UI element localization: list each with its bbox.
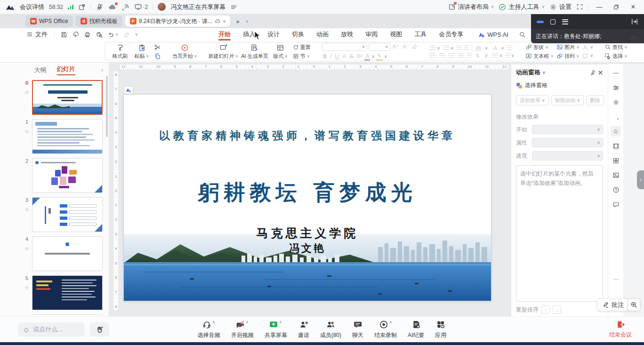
rail-comment-icon[interactable] [611, 199, 621, 209]
print-icon[interactable] [84, 31, 91, 38]
slide-thumbnail-4[interactable] [32, 236, 103, 271]
stop-recording-button[interactable]: ∨ 结束录制 [374, 320, 397, 339]
ai-generate-page-button[interactable]: AI 生成单页 [241, 44, 268, 60]
rail-effects-icon[interactable] [611, 97, 621, 107]
ai-assistant-chip[interactable] [124, 86, 133, 94]
selection-pane-button[interactable]: 选择窗格 [516, 81, 603, 89]
screens-indicator[interactable]: ·2 [134, 3, 148, 11]
slide-canvas[interactable]: 以教育家精神铸魂强师，谱写教育强国建设华章 躬耕教坛 育梦成光 马克思主义学院 … [119, 70, 509, 316]
vertical-ruler[interactable]: 87654321012345678 [113, 71, 119, 311]
cloud-record-icon[interactable] [108, 3, 117, 11]
menu-slideshow[interactable]: 放映 [335, 28, 359, 40]
slide-thumbnail-2[interactable] [32, 158, 103, 193]
slide-thumbnail-3[interactable] [32, 197, 103, 232]
overlay-minimize-icon[interactable] [537, 21, 544, 23]
rail-properties-icon[interactable] [611, 82, 621, 93]
overlay-list-icon[interactable] [562, 19, 568, 24]
broadcast-icon[interactable] [121, 3, 129, 11]
quick-chat-input[interactable]: ☺ 说点什么... [18, 322, 85, 337]
find-button[interactable]: 查找∨ [604, 44, 628, 51]
slide-editor[interactable]: 以教育家精神铸魂强师，谱写教育强国建设华章 躬耕教坛 育梦成光 马克思主义学院 … [123, 94, 491, 301]
tab-slides[interactable]: 幻灯片 [57, 65, 75, 75]
pin-icon[interactable] [589, 69, 596, 76]
overlay-window-icon[interactable] [550, 19, 555, 24]
menu-view[interactable]: 视图 [384, 28, 408, 40]
end-meeting-button[interactable]: 结束会议 [609, 320, 632, 339]
rail-smart-beauty-icon[interactable] [611, 112, 621, 122]
menu-animation[interactable]: 动画 [310, 28, 335, 40]
apps-button[interactable]: 应用 [435, 320, 446, 339]
slide-thumbnail-5[interactable] [32, 275, 103, 310]
share-screen-button[interactable]: ∨ 共享屏幕 [265, 320, 287, 339]
fullscreen-icon[interactable] [576, 3, 583, 10]
tab-outline[interactable]: 大纲 [34, 66, 47, 74]
overlay-expand-icon[interactable] [631, 18, 638, 25]
format-painter-button[interactable]: 格式刷 [111, 44, 129, 60]
pop-out-icon[interactable] [78, 3, 86, 11]
print-preview-icon[interactable] [96, 31, 103, 38]
menu-member[interactable]: 会员专享 [433, 28, 469, 40]
rail-more-icon[interactable]: ··· [611, 274, 621, 284]
wps-ai-button[interactable]: WPS AI [472, 31, 514, 38]
annotate-button[interactable]: 批注 [597, 298, 629, 311]
invite-button[interactable]: 邀请 [298, 320, 309, 339]
shape-button[interactable]: 形状∨ [525, 44, 554, 51]
tab-document[interactable]: P 9.24日教学沙龙-冯文艳 · 课... [125, 16, 230, 27]
minimize-button[interactable]: — [593, 2, 605, 12]
horizontal-ruler[interactable]: 1211109876543210123456789101112 [119, 64, 509, 70]
rail-transition-icon[interactable] [611, 141, 621, 151]
layout-switch-button[interactable]: 演讲者布局∨ [448, 3, 494, 11]
panel-collapse-icon[interactable]: ‹ [101, 66, 103, 73]
members-button[interactable]: 成员(80) [320, 320, 341, 339]
tab-wps-home[interactable]: W WPS Office [25, 16, 73, 27]
raise-hand-button[interactable] [89, 322, 109, 337]
menu-transition[interactable]: 切换 [286, 28, 310, 40]
new-slide-button[interactable]: 新建幻灯片∨ [209, 44, 239, 60]
image-button[interactable]: 图片∨ [556, 44, 580, 51]
audio-options-caret-icon[interactable]: ∨ [212, 320, 216, 324]
tab-close-icon[interactable] [223, 20, 225, 23]
rail-collapse-icon[interactable]: — [611, 68, 621, 78]
save-icon[interactable] [60, 31, 67, 38]
cut-icon[interactable] [154, 44, 161, 51]
undo-button[interactable]: ∨ [107, 31, 119, 38]
close-button[interactable]: ✕ [627, 2, 639, 12]
play-from-current-button[interactable]: 当页开始∨ [172, 44, 197, 60]
menu-home[interactable]: 开始 [212, 28, 237, 40]
slide-thumbnail-1[interactable] [32, 119, 103, 154]
copy-icon[interactable] [154, 53, 161, 60]
menu-tools[interactable]: 工具 [408, 28, 433, 40]
share-options-caret-icon[interactable]: ∨ [279, 320, 282, 324]
menu-review[interactable]: 审阅 [359, 28, 384, 40]
sidebar-collapse-handle[interactable]: ‹ [637, 170, 644, 189]
video-options-caret-icon[interactable]: ∨ [246, 320, 249, 324]
pane-switch-chevron-icon[interactable]: ∨ [542, 71, 546, 75]
audio-button[interactable]: ∨ 选择音频 [198, 320, 220, 339]
rail-animation-icon[interactable]: ☆ [611, 126, 621, 136]
rail-help-icon[interactable] [611, 185, 621, 195]
maximize-button[interactable] [610, 2, 622, 12]
host-tools-button[interactable]: 主持人工具∨ [499, 3, 545, 11]
chat-button[interactable]: 聊天 [352, 320, 363, 339]
select-button[interactable]: 选择∨ [604, 53, 628, 60]
meeting-details-button[interactable]: 会议详情 [20, 3, 44, 11]
paste-button[interactable]: 粘贴∨ [132, 44, 151, 60]
section-button[interactable]: 节∨ [293, 53, 311, 60]
video-button[interactable]: ∨ 开启视频 [231, 320, 254, 339]
quickbar-more-chevron-icon[interactable]: ∨ [135, 32, 138, 37]
textbox-button[interactable]: 文本框∨ [525, 53, 554, 60]
ai-notes-button[interactable]: AI纪要 [408, 320, 424, 339]
rail-layout-icon[interactable] [611, 155, 621, 166]
mic-muted-icon[interactable] [96, 3, 104, 11]
new-tab-button[interactable]: + [233, 17, 243, 25]
reset-button[interactable]: 重置 [293, 44, 311, 51]
tab-docer-templates[interactable]: d 找稻壳模板 [76, 16, 122, 27]
rail-resource-icon[interactable] [611, 170, 621, 180]
slide-layout-button[interactable]: 版式∨ [271, 44, 290, 60]
search-icon[interactable] [519, 31, 526, 38]
tab-list-chevron-icon[interactable]: ∨ [246, 19, 249, 24]
file-menu-button[interactable]: 文件 [26, 30, 48, 39]
menu-design[interactable]: 设计 [261, 28, 286, 40]
settings-button[interactable]: 设置 [549, 3, 572, 11]
pane-close-icon[interactable]: ✕ [598, 69, 603, 76]
